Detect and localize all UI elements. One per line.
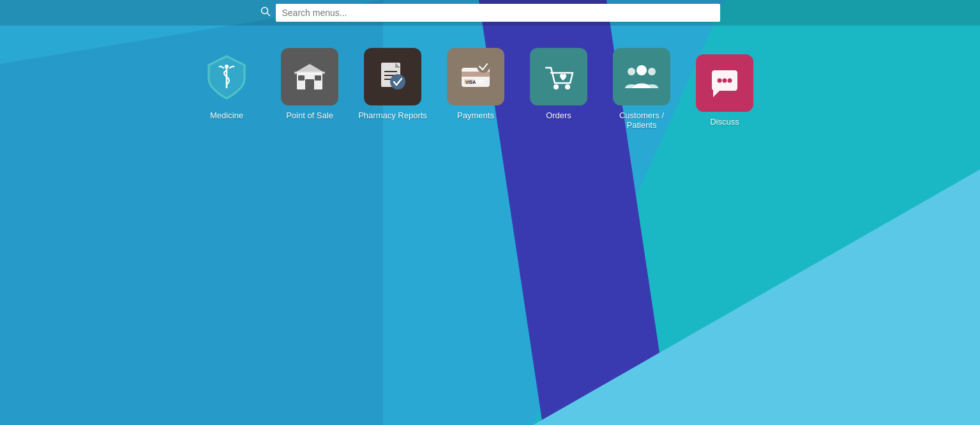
- discuss-icon: [696, 54, 753, 112]
- medicine-icon: [198, 48, 255, 105]
- svg-text:VISA: VISA: [465, 80, 476, 84]
- customers-label: Customers / Patients: [607, 111, 677, 130]
- app-item-customers[interactable]: Customers / Patients: [607, 48, 677, 130]
- discuss-label: Discuss: [710, 117, 739, 127]
- svg-rect-5: [305, 79, 314, 89]
- svg-point-3: [225, 65, 229, 68]
- app-item-discuss[interactable]: Discuss: [690, 54, 760, 127]
- reports-label: Pharmacy Reports: [358, 111, 427, 120]
- app-grid: Medicine Point of Sale: [0, 35, 980, 143]
- app-item-payments[interactable]: VISA Payments: [441, 48, 511, 120]
- pos-icon: [281, 48, 338, 105]
- svg-rect-7: [315, 75, 321, 81]
- search-input[interactable]: [276, 4, 720, 22]
- reports-icon: [364, 48, 421, 105]
- search-container: [260, 4, 720, 22]
- svg-point-26: [718, 79, 722, 83]
- svg-point-25: [648, 68, 656, 75]
- app-item-reports[interactable]: Pharmacy Reports: [358, 48, 428, 120]
- payments-icon: VISA: [447, 48, 504, 105]
- medicine-label: Medicine: [210, 111, 243, 120]
- svg-line-1: [267, 13, 270, 17]
- svg-rect-8: [294, 72, 325, 74]
- svg-point-21: [554, 84, 559, 89]
- svg-point-0: [261, 8, 268, 14]
- app-item-pos[interactable]: Point of Sale: [275, 48, 345, 120]
- topbar: [0, 0, 980, 26]
- pos-label: Point of Sale: [286, 111, 333, 120]
- svg-point-24: [628, 68, 635, 75]
- svg-point-27: [723, 79, 727, 83]
- orders-icon: [530, 48, 587, 105]
- search-icon: [260, 6, 271, 19]
- svg-rect-6: [298, 75, 305, 81]
- orders-label: Orders: [546, 111, 571, 120]
- app-item-orders[interactable]: Orders: [524, 48, 594, 120]
- svg-point-28: [728, 79, 732, 83]
- customers-icon: [613, 48, 670, 105]
- payments-label: Payments: [457, 111, 494, 120]
- svg-point-13: [390, 74, 405, 89]
- svg-point-22: [565, 84, 570, 89]
- app-item-medicine[interactable]: Medicine: [192, 48, 262, 120]
- svg-point-23: [637, 65, 647, 75]
